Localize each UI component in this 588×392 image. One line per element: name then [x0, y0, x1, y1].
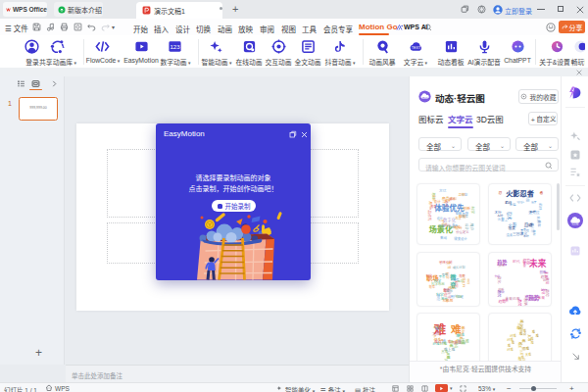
- svg-text:浪潮: 浪潮: [522, 261, 526, 267]
- svg-text:设计: 设计: [442, 197, 447, 204]
- svg-text:意志: 意志: [532, 228, 536, 235]
- svg-text:思想: 思想: [462, 211, 468, 216]
- svg-text:设计: 设计: [465, 223, 469, 230]
- svg-text:难: 难: [536, 333, 540, 338]
- svg-text:科学: 科学: [434, 278, 442, 283]
- svg-text:温柔: 温柔: [507, 232, 514, 237]
- svg-text:用户: 用户: [469, 223, 474, 231]
- svg-text:123: 123: [170, 43, 180, 50]
- svg-text:真难: 真难: [525, 352, 531, 357]
- svg-text:科学: 科学: [426, 273, 432, 278]
- svg-text:难点: 难点: [434, 339, 442, 344]
- svg-text:价值: 价值: [432, 195, 436, 202]
- svg-text:设计: 设计: [437, 216, 443, 220]
- svg-text:创新: 创新: [502, 298, 508, 303]
- svg-text:难: 难: [456, 333, 460, 338]
- svg-text:火影: 火影: [527, 222, 535, 227]
- svg-text:木叶: 木叶: [497, 214, 504, 218]
- svg-text:时代: 时代: [541, 288, 547, 292]
- svg-text:效率: 效率: [429, 284, 435, 289]
- svg-text:微变设计: 微变设计: [454, 236, 467, 241]
- svg-text:效率: 效率: [430, 204, 436, 209]
- svg-text:时代: 时代: [513, 260, 520, 265]
- svg-text:布局: 布局: [456, 294, 463, 299]
- svg-text:难点: 难点: [519, 331, 527, 336]
- svg-text:生涯: 生涯: [447, 262, 452, 270]
- svg-text:难: 难: [512, 340, 515, 345]
- svg-text:思想: 思想: [458, 192, 466, 197]
- svg-text:好难: 好难: [507, 347, 514, 352]
- svg-text:火影: 火影: [525, 196, 530, 203]
- svg-text:难: 难: [530, 340, 534, 345]
- svg-text:守护: 守护: [516, 201, 524, 206]
- svg-text:很难: 很难: [449, 339, 454, 348]
- svg-text:布局: 布局: [452, 222, 458, 227]
- svg-text:数据: 数据: [440, 235, 447, 240]
- svg-text:升级: 升级: [494, 274, 500, 278]
- svg-text:思维: 思维: [441, 272, 448, 276]
- svg-text:管理: 管理: [436, 294, 441, 302]
- svg-text:未来: 未来: [528, 258, 547, 269]
- svg-text:浪潮: 浪潮: [498, 264, 504, 268]
- svg-text:温柔: 温柔: [509, 225, 516, 230]
- svg-text:科学: 科学: [470, 206, 475, 214]
- svg-text:升级: 升级: [499, 290, 505, 294]
- svg-text:意志: 意志: [537, 220, 541, 227]
- svg-text:创新: 创新: [523, 298, 528, 306]
- svg-text:忍: 忍: [499, 191, 503, 195]
- svg-text:时代: 时代: [543, 278, 549, 282]
- svg-text:TEXT: TEXT: [412, 46, 421, 50]
- svg-text:趋势: 趋势: [517, 299, 522, 307]
- svg-text:木叶: 木叶: [523, 234, 529, 238]
- svg-text:创新: 创新: [463, 206, 470, 211]
- svg-text:难办: 难办: [435, 326, 443, 331]
- svg-text:创新: 创新: [540, 270, 547, 274]
- svg-text:查克拉: 查克拉: [520, 227, 529, 232]
- svg-text:科学: 科学: [443, 298, 449, 303]
- svg-text:成长计划: 成长计划: [452, 265, 466, 270]
- svg-text:火影忍者: 火影忍者: [506, 189, 534, 198]
- svg-text:效率: 效率: [459, 273, 465, 278]
- svg-text:目标: 目标: [446, 288, 453, 293]
- svg-text:ICON: ICON: [572, 222, 579, 226]
- svg-text:TEXT: TEXT: [421, 96, 428, 99]
- svg-text:思维: 思维: [466, 277, 470, 284]
- svg-text:羁绊: 羁绊: [530, 210, 536, 214]
- svg-text:者: 者: [540, 190, 544, 195]
- svg-text:羁绊: 羁绊: [538, 203, 542, 211]
- svg-text:好难: 好难: [461, 338, 466, 345]
- svg-text:品牌: 品牌: [444, 223, 451, 227]
- svg-text:科学: 科学: [456, 216, 462, 220]
- svg-text:永远: 永远: [510, 202, 516, 207]
- svg-text:方法: 方法: [439, 188, 447, 193]
- svg-text:意志: 意志: [500, 219, 508, 222]
- svg-text:温柔: 温柔: [530, 200, 537, 204]
- svg-text:未来: 未来: [538, 296, 546, 301]
